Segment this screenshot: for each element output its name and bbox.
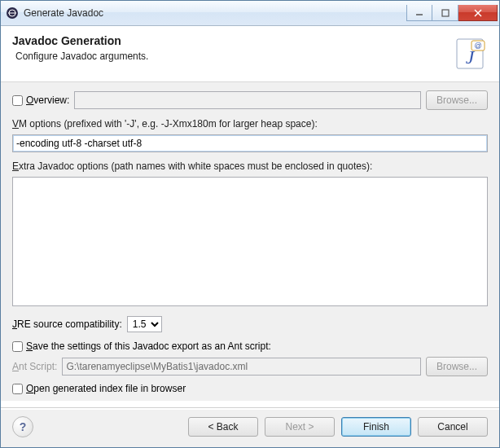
ant-script-label: Ant Script:	[12, 361, 57, 372]
dialog-footer: ? < Back Next > Finish Cancel	[1, 410, 499, 447]
dialog-header: Javadoc Generation Configure Javadoc arg…	[1, 26, 499, 82]
jre-label: JRE source compatibility:	[12, 318, 122, 330]
ant-script-row: Ant Script: Browse...	[12, 357, 488, 376]
finish-button[interactable]: Finish	[341, 417, 411, 437]
titlebar: Generate Javadoc	[1, 1, 499, 26]
help-button[interactable]: ?	[12, 416, 33, 437]
eclipse-icon	[6, 7, 19, 20]
overview-label: Overview:	[26, 94, 69, 106]
close-button[interactable]	[458, 5, 498, 21]
vm-options-label: VM options (prefixed with '-J', e.g. -J-…	[12, 118, 488, 130]
window-title: Generate Javadoc	[24, 7, 406, 19]
save-ant-label[interactable]: Save the settings of this Javadoc export…	[12, 340, 271, 352]
vm-options-input[interactable]	[12, 134, 488, 152]
javadoc-icon: J @	[452, 36, 488, 72]
generate-javadoc-dialog: Generate Javadoc Javadoc Generation Conf…	[0, 0, 500, 448]
overview-row: Overview: Browse...	[12, 90, 488, 110]
extra-options-label: Extra Javadoc options (path names with w…	[12, 160, 488, 172]
open-index-label[interactable]: Open generated index file in browser	[12, 383, 186, 394]
overview-browse-button: Browse...	[426, 90, 488, 110]
back-button[interactable]: < Back	[188, 417, 258, 437]
jre-row: JRE source compatibility: 1.5	[12, 316, 488, 332]
save-ant-checkbox[interactable]	[12, 341, 23, 352]
ant-script-input	[62, 358, 421, 376]
header-title: Javadoc Generation	[12, 34, 445, 47]
overview-checkbox[interactable]	[12, 95, 23, 106]
maximize-button[interactable]	[432, 5, 458, 21]
open-index-checkbox[interactable]	[12, 384, 23, 394]
extra-options-wrapper	[12, 177, 488, 306]
overview-checkbox-label[interactable]: Overview:	[12, 94, 69, 106]
window-controls	[406, 5, 498, 21]
dialog-body: Overview: Browse... VM options (prefixed…	[1, 82, 499, 401]
header-subtitle: Configure Javadoc arguments.	[15, 51, 445, 62]
ant-script-browse-button: Browse...	[426, 357, 488, 376]
next-button: Next >	[265, 417, 335, 437]
svg-rect-3	[442, 10, 449, 16]
extra-options-textarea[interactable]	[13, 178, 487, 305]
minimize-button[interactable]	[406, 5, 432, 21]
save-ant-row: Save the settings of this Javadoc export…	[12, 340, 488, 352]
svg-text:@: @	[474, 42, 481, 50]
cancel-button[interactable]: Cancel	[418, 417, 488, 437]
overview-input	[74, 91, 421, 109]
jre-select[interactable]: 1.5	[127, 316, 162, 332]
open-index-row: Open generated index file in browser	[12, 383, 488, 394]
